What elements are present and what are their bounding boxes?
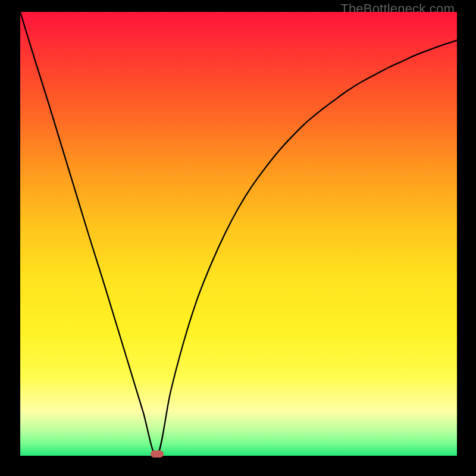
minimum-marker <box>151 450 164 458</box>
bottleneck-curve <box>20 12 457 456</box>
plot-area <box>20 12 457 456</box>
chart-container: TheBottleneck.com <box>0 0 476 476</box>
